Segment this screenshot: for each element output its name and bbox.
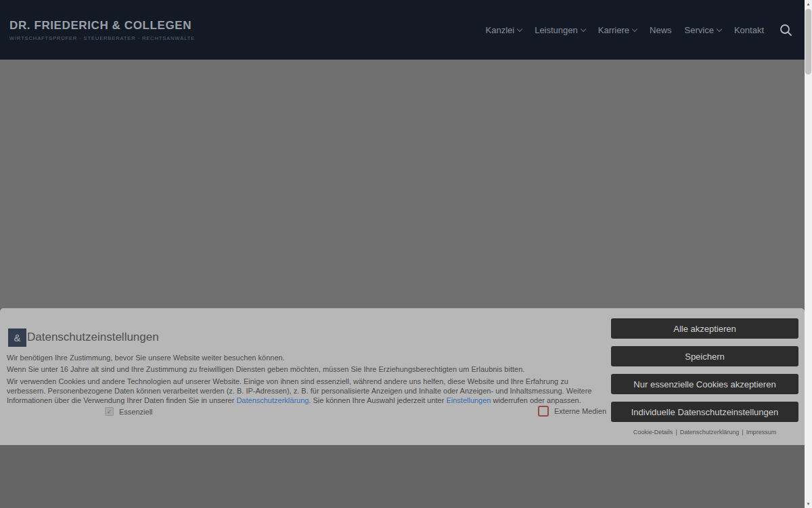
search-icon[interactable] <box>780 24 792 37</box>
einstellungen-link[interactable]: Einstellungen <box>446 396 491 404</box>
scroll-up-icon[interactable]: ▲ <box>805 2 812 6</box>
nav-label: Leistungen <box>535 25 578 35</box>
nav-item-kanzlei[interactable]: Kanzlei <box>486 25 522 35</box>
scrollbar-thumb[interactable] <box>805 9 811 75</box>
consent-option-externe-medien: Externe Medien <box>538 406 606 417</box>
dimmed-page-content-lower <box>0 445 805 508</box>
site-header: DR. FRIEDERICH & COLLEGEN WIRTSCHAFTSPRÜ… <box>0 0 805 60</box>
nav-label: Kontakt <box>734 25 764 35</box>
individual-settings-button[interactable]: Individuelle Datenschutzeinstellungen <box>611 402 798 422</box>
dimmed-page-content <box>0 60 805 308</box>
scroll-down-icon[interactable]: ▼ <box>805 502 812 506</box>
nav-label: Service <box>685 25 714 35</box>
save-button[interactable]: Speichern <box>611 346 798 366</box>
dialog-title: Datenschutzeinstellungen <box>27 331 159 344</box>
externe-medien-checkbox[interactable] <box>538 406 549 417</box>
main-nav: Kanzlei Leistungen Karriere News Service… <box>486 24 792 37</box>
cookie-details-link[interactable]: Cookie-Details <box>633 429 673 436</box>
consent-option-essenziell: ✓ Essenziell <box>105 407 153 416</box>
chevron-down-icon <box>581 26 586 31</box>
page: DR. FRIEDERICH & COLLEGEN WIRTSCHAFTSPRÜ… <box>0 0 812 508</box>
datenschutzerklaerung-footer-link[interactable]: Datenschutzerklärung <box>680 429 740 436</box>
externe-medien-label: Externe Medien <box>554 407 606 415</box>
essential-only-button[interactable]: Nur essenzielle Cookies akzeptieren <box>611 374 798 394</box>
essenziell-label: Essenziell <box>119 408 153 416</box>
impressum-link[interactable]: Impressum <box>746 429 777 436</box>
accept-all-button[interactable]: Alle akzeptieren <box>611 318 798 339</box>
separator: | <box>675 429 677 436</box>
consent-footer-links: Cookie-Details|Datenschutzerklärung|Impr… <box>611 429 798 436</box>
nav-label: Karriere <box>598 25 629 35</box>
nav-item-leistungen[interactable]: Leistungen <box>535 25 585 35</box>
consent-buttons: Alle akzeptieren Speichern Nur essenziel… <box>611 318 798 422</box>
consent-intro-line1: Wir benötigen Ihre Zustimmung, bevor Sie… <box>7 354 285 362</box>
separator: | <box>742 429 743 436</box>
body-text-part2: . Sie können Ihre Auswahl jederzeit unte… <box>309 396 446 404</box>
nav-label: News <box>650 25 672 35</box>
chevron-down-icon <box>517 26 522 31</box>
chevron-down-icon <box>632 26 637 31</box>
datenschutzerklaerung-link[interactable]: Datenschutzerklärung <box>236 396 309 404</box>
logo-title: DR. FRIEDERICH & COLLEGEN <box>9 19 195 33</box>
consent-body-text: Wir verwenden Cookies und andere Technol… <box>7 377 597 405</box>
consent-intro-line2: Wenn Sie unter 16 Jahre alt sind und Ihr… <box>7 365 524 373</box>
cookie-consent-dialog: & Datenschutzeinstellungen Wir benötigen… <box>0 308 805 445</box>
scrollbar[interactable]: ▲ ▼ <box>805 0 812 508</box>
privacy-ampersand-icon: & <box>8 329 26 347</box>
nav-item-news[interactable]: News <box>650 25 672 35</box>
site-logo[interactable]: DR. FRIEDERICH & COLLEGEN WIRTSCHAFTSPRÜ… <box>9 19 195 41</box>
nav-item-kontakt[interactable]: Kontakt <box>734 25 764 35</box>
essenziell-checkbox[interactable]: ✓ <box>105 407 114 416</box>
nav-item-service[interactable]: Service <box>685 25 721 35</box>
checkmark-icon: ✓ <box>107 408 112 415</box>
logo-subtitle: WIRTSCHAFTSPRÜFER · STEUERBERATER · RECH… <box>9 35 195 41</box>
chevron-down-icon <box>717 26 722 31</box>
body-text-part3: widerrufen oder anpassen. <box>491 396 581 404</box>
nav-label: Kanzlei <box>486 25 515 35</box>
nav-item-karriere[interactable]: Karriere <box>598 25 637 35</box>
